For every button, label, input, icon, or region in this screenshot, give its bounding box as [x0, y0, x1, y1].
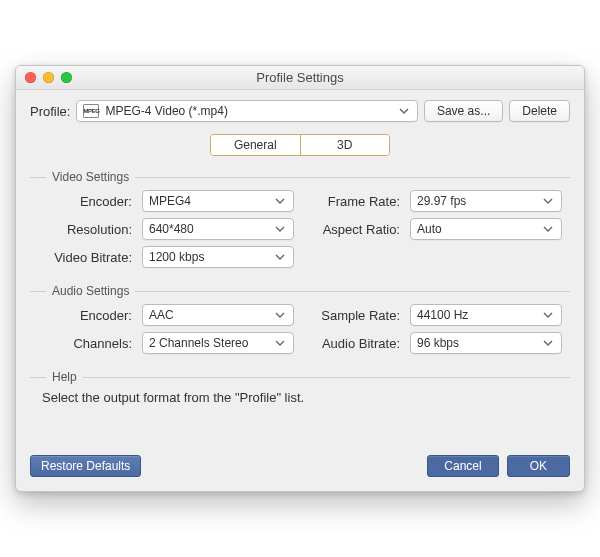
video-encoder-select[interactable]: MPEG4 [142, 190, 294, 212]
profile-row: Profile: MPEG MPEG-4 Video (*.mp4) Save … [30, 100, 570, 122]
channels-label: Channels: [32, 336, 132, 351]
titlebar: Profile Settings [16, 66, 584, 90]
chevron-down-icon [541, 308, 555, 322]
aspect-ratio-label: Aspect Ratio: [304, 222, 400, 237]
aspect-ratio-value: Auto [417, 222, 442, 236]
settings-window: Profile Settings Profile: MPEG MPEG-4 Vi… [15, 65, 585, 492]
channels-value: 2 Channels Stereo [149, 336, 248, 350]
chevron-down-icon [273, 250, 287, 264]
sample-rate-select[interactable]: 44100 Hz [410, 304, 562, 326]
sample-rate-value: 44100 Hz [417, 308, 468, 322]
delete-button[interactable]: Delete [509, 100, 570, 122]
divider [83, 377, 570, 378]
close-icon[interactable] [25, 72, 36, 83]
video-settings-section: Video Settings Encoder: MPEG4 Frame Rate… [30, 170, 570, 274]
chevron-down-icon [541, 336, 555, 350]
mpeg-icon: MPEG [83, 104, 99, 118]
profile-selected-value: MPEG-4 Video (*.mp4) [105, 104, 390, 118]
frame-rate-value: 29.97 fps [417, 194, 466, 208]
audio-encoder-label: Encoder: [32, 308, 132, 323]
help-section: Help Select the output format from the "… [30, 370, 570, 445]
resolution-select[interactable]: 640*480 [142, 218, 294, 240]
divider [135, 177, 570, 178]
save-as-button[interactable]: Save as... [424, 100, 503, 122]
resolution-value: 640*480 [149, 222, 194, 236]
audio-encoder-value: AAC [149, 308, 174, 322]
audio-settings-section: Audio Settings Encoder: AAC Sample Rate:… [30, 284, 570, 360]
profile-label: Profile: [30, 104, 70, 119]
video-bitrate-label: Video Bitrate: [32, 250, 132, 265]
audio-settings-legend: Audio Settings [52, 284, 129, 298]
chevron-down-icon [541, 194, 555, 208]
video-encoder-label: Encoder: [32, 194, 132, 209]
divider [135, 291, 570, 292]
frame-rate-select[interactable]: 29.97 fps [410, 190, 562, 212]
audio-encoder-select[interactable]: AAC [142, 304, 294, 326]
profile-select[interactable]: MPEG MPEG-4 Video (*.mp4) [76, 100, 417, 122]
aspect-ratio-select[interactable]: Auto [410, 218, 562, 240]
restore-defaults-button[interactable]: Restore Defaults [30, 455, 141, 477]
channels-select[interactable]: 2 Channels Stereo [142, 332, 294, 354]
chevron-down-icon [273, 222, 287, 236]
audio-bitrate-label: Audio Bitrate: [304, 336, 400, 351]
video-settings-legend: Video Settings [52, 170, 129, 184]
chevron-down-icon [397, 104, 411, 118]
video-encoder-value: MPEG4 [149, 194, 191, 208]
video-bitrate-select[interactable]: 1200 kbps [142, 246, 294, 268]
chevron-down-icon [541, 222, 555, 236]
help-text: Select the output format from the "Profi… [30, 384, 570, 445]
chevron-down-icon [273, 194, 287, 208]
ok-button[interactable]: OK [507, 455, 570, 477]
divider [30, 177, 46, 178]
divider [30, 377, 46, 378]
tab-group: General 3D [210, 134, 390, 156]
tab-general[interactable]: General [211, 135, 300, 155]
help-legend: Help [52, 370, 77, 384]
divider [30, 291, 46, 292]
window-title: Profile Settings [16, 70, 584, 85]
sample-rate-label: Sample Rate: [304, 308, 400, 323]
footer-row: Restore Defaults Cancel OK [30, 455, 570, 477]
audio-bitrate-value: 96 kbps [417, 336, 459, 350]
audio-bitrate-select[interactable]: 96 kbps [410, 332, 562, 354]
cancel-button[interactable]: Cancel [427, 455, 498, 477]
chevron-down-icon [273, 336, 287, 350]
window-body: Profile: MPEG MPEG-4 Video (*.mp4) Save … [16, 90, 584, 491]
frame-rate-label: Frame Rate: [304, 194, 400, 209]
maximize-icon[interactable] [61, 72, 72, 83]
video-bitrate-value: 1200 kbps [149, 250, 204, 264]
chevron-down-icon [273, 308, 287, 322]
tab-3d[interactable]: 3D [300, 135, 390, 155]
resolution-label: Resolution: [32, 222, 132, 237]
window-controls [16, 72, 72, 83]
minimize-icon[interactable] [43, 72, 54, 83]
